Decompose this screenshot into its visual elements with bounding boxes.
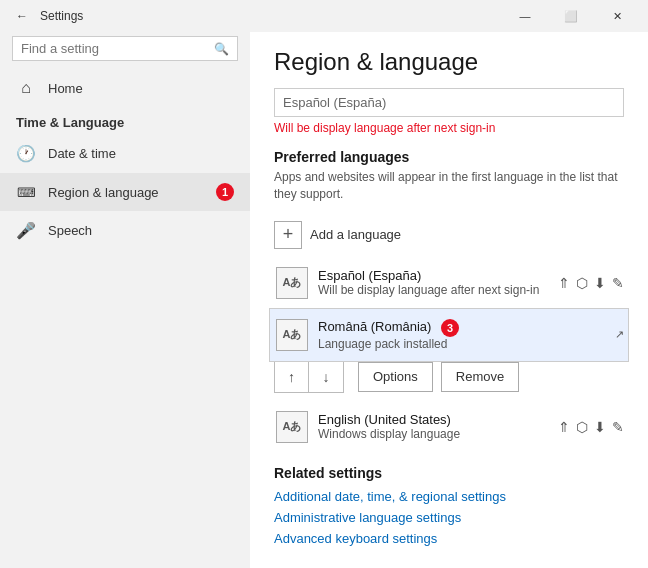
related-settings-title: Related settings (274, 465, 624, 481)
add-language-icon: + (274, 221, 302, 249)
romana-name: Română (România) 3 (318, 319, 607, 337)
home-icon: ⌂ (16, 79, 36, 97)
english-action-2[interactable]: ⬡ (576, 419, 588, 435)
english-action-1[interactable]: ⇑ (558, 419, 570, 435)
romana-icon-box: Aあ (274, 317, 310, 353)
add-language-label: Add a language (310, 227, 401, 242)
sidebar: 🔍 ⌂ Home Time & Language 🕐 Date & time ⌨… (0, 32, 250, 568)
display-language-note: Will be display language after next sign… (274, 121, 624, 135)
window-controls: — ⬜ ✕ (502, 0, 640, 32)
main-content: Region & language Will be display langua… (250, 32, 648, 568)
sidebar-item-date-time[interactable]: 🕐 Date & time (0, 134, 250, 173)
romana-status: Language pack installed (318, 337, 607, 351)
related-link-date-time[interactable]: Additional date, time, & regional settin… (274, 489, 624, 504)
app-body: 🔍 ⌂ Home Time & Language 🕐 Date & time ⌨… (0, 32, 648, 568)
sidebar-item-region-language[interactable]: ⌨ Region & language 1 (0, 173, 250, 211)
espanol-icon-box: Aあ (274, 265, 310, 301)
related-link-keyboard[interactable]: Advanced keyboard settings (274, 531, 624, 546)
espanol-action-1[interactable]: ⇑ (558, 275, 570, 291)
sidebar-section-time-language: Time & Language (0, 107, 250, 134)
main-header: Region & language (250, 32, 648, 88)
sidebar-label-date-time: Date & time (48, 146, 234, 161)
espanol-action-3[interactable]: ⬇ (594, 275, 606, 291)
espanol-status: Will be display language after next sign… (318, 283, 550, 297)
romana-icon: Aあ (276, 319, 308, 351)
add-language-row[interactable]: + Add a language (274, 213, 624, 257)
english-action-4[interactable]: ✎ (612, 419, 624, 435)
romana-badge: 3 (441, 319, 459, 337)
move-down-button[interactable]: ↓ (309, 362, 343, 392)
display-language-input[interactable] (274, 88, 624, 117)
clock-icon: 🕐 (16, 144, 36, 163)
espanol-actions: ⇑ ⬡ ⬇ ✎ (558, 275, 624, 291)
espanol-icon: Aあ (276, 267, 308, 299)
microphone-icon: 🎤 (16, 221, 36, 240)
english-name: English (United States) (318, 412, 550, 427)
remove-button[interactable]: Remove (441, 362, 519, 392)
selected-row-actions: ↑ ↓ Options Remove (274, 361, 624, 393)
title-bar: ← Settings — ⬜ ✕ (0, 0, 648, 32)
espanol-action-2[interactable]: ⬡ (576, 275, 588, 291)
english-icon: Aあ (276, 411, 308, 443)
sidebar-label-home: Home (48, 81, 234, 96)
espanol-info: Español (España) Will be display languag… (318, 268, 550, 297)
search-bar[interactable]: 🔍 (12, 36, 238, 61)
move-buttons-group: ↑ ↓ (274, 361, 344, 393)
romana-action-move[interactable]: ↗ (615, 328, 624, 341)
options-button[interactable]: Options (358, 362, 433, 392)
search-icon: 🔍 (214, 42, 229, 56)
language-item-romana[interactable]: Aあ Română (România) 3 Language pack inst… (270, 309, 628, 361)
sidebar-item-home[interactable]: ⌂ Home (0, 69, 250, 107)
back-button[interactable]: ← (8, 2, 36, 30)
sidebar-label-speech: Speech (48, 223, 234, 238)
window-title: Settings (36, 9, 502, 23)
preferred-languages-desc: Apps and websites will appear in the fir… (274, 169, 624, 203)
espanol-name: Español (España) (318, 268, 550, 283)
espanol-action-4[interactable]: ✎ (612, 275, 624, 291)
english-info: English (United States) Windows display … (318, 412, 550, 441)
romana-info: Română (România) 3 Language pack install… (318, 319, 607, 351)
scrolled-content: Will be display language after next sign… (250, 88, 648, 568)
move-up-button[interactable]: ↑ (275, 362, 309, 392)
search-input[interactable] (21, 41, 214, 56)
language-item-english[interactable]: Aあ English (United States) Windows displ… (274, 401, 624, 453)
english-status: Windows display language (318, 427, 550, 441)
language-item-espanol[interactable]: Aあ Español (España) Will be display lang… (274, 257, 624, 309)
page-title: Region & language (274, 48, 624, 76)
related-link-admin-language[interactable]: Administrative language settings (274, 510, 624, 525)
sidebar-item-speech[interactable]: 🎤 Speech (0, 211, 250, 250)
english-action-3[interactable]: ⬇ (594, 419, 606, 435)
maximize-button[interactable]: ⬜ (548, 0, 594, 32)
close-button[interactable]: ✕ (594, 0, 640, 32)
english-actions: ⇑ ⬡ ⬇ ✎ (558, 419, 624, 435)
keyboard-icon: ⌨ (16, 185, 36, 200)
english-icon-box: Aあ (274, 409, 310, 445)
region-language-badge: 1 (216, 183, 234, 201)
sidebar-label-region-language: Region & language (48, 185, 204, 200)
preferred-languages-title: Preferred languages (274, 149, 624, 165)
minimize-button[interactable]: — (502, 0, 548, 32)
romana-actions: ↗ (615, 328, 624, 341)
